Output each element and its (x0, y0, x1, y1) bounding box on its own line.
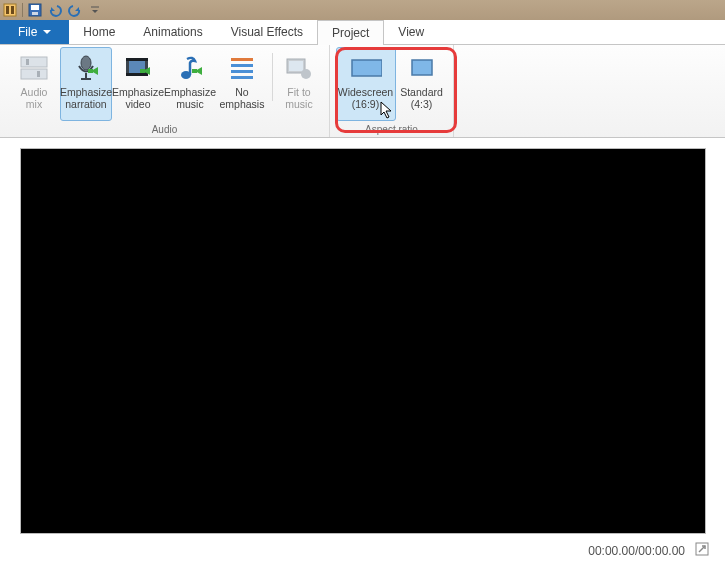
emphasize-video-line2: video (125, 98, 150, 110)
no-emphasis-button[interactable]: No emphasis (216, 47, 268, 121)
svg-rect-21 (192, 69, 197, 73)
svg-rect-9 (26, 59, 29, 65)
qat-customize-icon[interactable] (87, 2, 103, 18)
emphasize-narration-button[interactable]: Emphasize narration (60, 47, 112, 121)
ribbon: Audio mix Emphasize narration Emphasize … (0, 45, 725, 138)
svg-rect-19 (140, 69, 145, 73)
status-bar: 00:00.00/00:00.00 (0, 538, 725, 559)
widescreen-button[interactable]: Widescreen (16:9) (336, 47, 396, 121)
widescreen-line2: (16:9) (352, 98, 379, 110)
app-icon (2, 2, 18, 18)
svg-point-28 (301, 69, 311, 79)
stage (0, 138, 725, 538)
redo-icon[interactable] (67, 2, 83, 18)
fit-to-music-line2: music (285, 98, 312, 110)
svg-rect-4 (31, 5, 39, 10)
svg-rect-7 (21, 57, 47, 67)
tab-project-label: Project (332, 26, 369, 40)
group-audio-label: Audio (2, 124, 327, 137)
tab-view-label: View (398, 25, 424, 39)
svg-rect-10 (37, 71, 40, 77)
undo-icon[interactable] (47, 2, 63, 18)
emphasize-music-line1: Emphasize (164, 86, 216, 98)
group-aspect-label: Aspect ratio (332, 124, 451, 137)
tab-view[interactable]: View (384, 20, 438, 44)
tab-animations[interactable]: Animations (129, 20, 216, 44)
standard-line2: (4:3) (411, 98, 433, 110)
no-emphasis-line2: emphasis (220, 98, 265, 110)
emphasize-video-button[interactable]: Emphasize video (112, 47, 164, 121)
group-audio: Audio mix Emphasize narration Emphasize … (0, 45, 330, 137)
emphasize-narration-line2: narration (65, 98, 106, 110)
tab-visual-effects-label: Visual Effects (231, 25, 303, 39)
video-preview[interactable] (20, 148, 706, 534)
emphasize-music-line2: music (176, 98, 203, 110)
fit-to-music-icon (283, 52, 315, 84)
no-emphasis-line1: No (235, 86, 248, 98)
tab-home[interactable]: Home (69, 20, 129, 44)
tab-visual-effects[interactable]: Visual Effects (217, 20, 317, 44)
svg-point-11 (81, 56, 91, 70)
fit-to-music-button[interactable]: Fit to music (277, 47, 321, 121)
tab-strip: File Home Animations Visual Effects Proj… (0, 20, 725, 45)
svg-rect-2 (11, 6, 14, 14)
standard-line1: Standard (400, 86, 443, 98)
svg-rect-22 (231, 58, 253, 61)
audio-mix-icon (18, 52, 50, 84)
svg-rect-25 (231, 76, 253, 79)
emphasize-music-button[interactable]: Emphasize music (164, 47, 216, 121)
tab-animations-label: Animations (143, 25, 202, 39)
svg-rect-14 (88, 69, 93, 73)
svg-rect-27 (289, 61, 303, 71)
svg-point-20 (181, 71, 191, 79)
save-icon[interactable] (27, 2, 43, 18)
audio-mix-line2: mix (26, 98, 42, 110)
fullscreen-icon[interactable] (695, 542, 709, 559)
widescreen-line1: Widescreen (338, 86, 393, 98)
widescreen-icon (350, 52, 382, 84)
divider (272, 53, 273, 101)
svg-rect-5 (32, 12, 38, 15)
microphone-icon (70, 52, 102, 84)
svg-rect-8 (21, 69, 47, 79)
svg-rect-24 (231, 70, 253, 73)
svg-rect-18 (126, 73, 148, 76)
music-note-icon (174, 52, 206, 84)
time-counter: 00:00.00/00:00.00 (588, 544, 685, 558)
tab-home-label: Home (83, 25, 115, 39)
tab-project[interactable]: Project (317, 20, 384, 45)
svg-rect-0 (4, 4, 16, 16)
standard-icon (406, 52, 438, 84)
svg-rect-30 (412, 60, 432, 75)
audio-mix-button[interactable]: Audio mix (8, 47, 60, 121)
tab-file[interactable]: File (0, 20, 69, 44)
title-bar (0, 0, 725, 20)
audio-mix-line1: Audio (21, 86, 48, 98)
emphasize-video-line1: Emphasize (112, 86, 164, 98)
standard-button[interactable]: Standard (4:3) (396, 47, 448, 121)
fit-to-music-line1: Fit to (287, 86, 310, 98)
equalizer-icon (226, 52, 258, 84)
group-aspect-ratio: Widescreen (16:9) Standard (4:3) Aspect … (330, 45, 454, 137)
svg-rect-1 (6, 6, 9, 14)
svg-rect-23 (231, 64, 253, 67)
emphasize-narration-line1: Emphasize (60, 86, 112, 98)
svg-rect-17 (126, 58, 148, 61)
filmstrip-icon (122, 52, 154, 84)
tab-file-label: File (18, 25, 37, 39)
svg-rect-29 (352, 60, 382, 76)
